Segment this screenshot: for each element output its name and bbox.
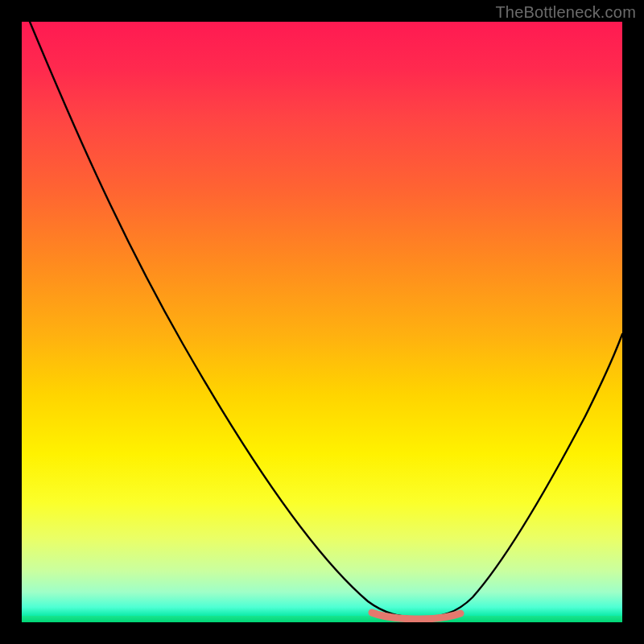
chart-frame: TheBottleneck.com [0,0,644,644]
curve-layer [22,22,622,622]
plot-area [22,22,622,622]
watermark-text: TheBottleneck.com [495,3,636,22]
bottleneck-curve [30,22,622,617]
optimal-flat-segment [372,613,460,619]
